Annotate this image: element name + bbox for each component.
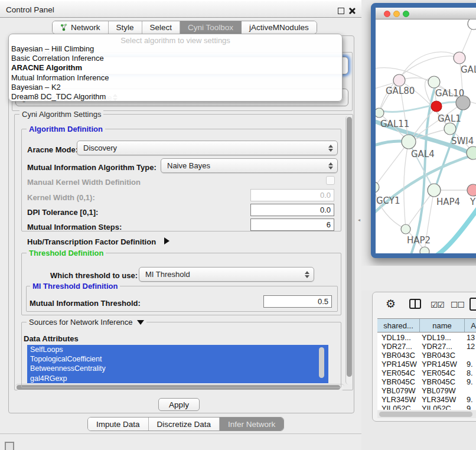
table-row[interactable]: YPR145WYPR145W9. [377, 360, 476, 369]
table-row[interactable]: YBR043CYBR043C [377, 351, 476, 360]
float-window-icon[interactable] [338, 8, 344, 14]
cyni-bottom-tabs: Impute Data Discretize Data Infer Networ… [87, 417, 284, 431]
aracne-mode-label: Aracne Mode: [27, 145, 78, 154]
network-node[interactable] [420, 247, 429, 253]
zoom-traffic-light-icon[interactable] [403, 11, 409, 17]
manual-kernel-width-checkbox[interactable] [326, 176, 335, 185]
table-body[interactable]: YDL19...YDL19...13YDR27...YDR27...12YBR0… [377, 333, 476, 410]
deselect-all-icon[interactable]: ☐☐ [451, 300, 464, 309]
minimize-traffic-light-icon[interactable] [393, 11, 400, 17]
sources-group-toggle[interactable]: Sources for Network Inference [27, 318, 146, 327]
attribute-item[interactable]: BetweennessCentrality [27, 364, 328, 373]
columns-icon[interactable] [409, 299, 421, 309]
gear-icon[interactable]: ⚙ [386, 297, 396, 311]
network-node[interactable] [393, 74, 405, 86]
algorithm-option[interactable]: Basic Correlation Inference [9, 54, 342, 63]
network-canvas[interactable]: GALGAL80GAL10GAL11GAL1SWI4GAL4GCY1HAP4YH… [376, 19, 476, 253]
mi-algorithm-type-label: Mutual Information Algorithm Type: [27, 163, 157, 172]
network-node[interactable] [376, 182, 379, 193]
algorithm-option[interactable]: Bayesian – Hill Climbing [9, 44, 342, 54]
mi-threshold-input[interactable]: 0.5 [263, 295, 332, 308]
settings-vertical-scrollbar[interactable] [345, 116, 352, 384]
algorithm-definition-title: Algorithm Definition [27, 125, 105, 133]
kernel-width-label: Kernel Width (0,1): [27, 193, 95, 202]
network-edge[interactable] [376, 102, 463, 112]
table-panel-bar: Table Panel [361, 266, 476, 291]
table-header: shared... name A [377, 318, 476, 332]
node-label: GAL1 [438, 113, 461, 124]
algorithm-option-selected[interactable]: ARACNE Algorithm [9, 63, 342, 73]
network-node[interactable] [467, 184, 476, 196]
mi-steps-input[interactable]: 6 [250, 219, 334, 231]
node-label: GCY1 [376, 195, 400, 206]
tab-impute-data[interactable]: Impute Data [88, 418, 149, 431]
control-panel-titlebar: Control Panel [0, 0, 361, 18]
tab-style[interactable]: Style [109, 21, 142, 34]
attribute-item[interactable]: gal4RGexp [27, 374, 328, 383]
apply-button[interactable]: Apply [158, 398, 200, 411]
tab-select[interactable]: Select [142, 21, 181, 34]
export-table-icon[interactable] [470, 298, 476, 311]
algorithm-option[interactable]: Bayesian – K2 [9, 83, 342, 92]
control-panel-tabs: Network Style Select Cyni Toolbox jActiv… [52, 21, 317, 34]
tab-infer-network[interactable]: Infer Network [220, 418, 283, 431]
select-all-icon[interactable]: ☑☑ [431, 300, 444, 309]
attribute-item[interactable]: TopologicalCoefficient [27, 354, 328, 364]
table-row[interactable]: YLR345WYLR345W9. [377, 395, 476, 404]
tab-cyni-toolbox[interactable]: Cyni Toolbox [180, 21, 242, 34]
attribute-item[interactable]: SelfLoops [27, 345, 328, 354]
table-horizontal-scrollbar[interactable] [377, 410, 476, 418]
node-label: GAL80 [386, 86, 415, 96]
network-node[interactable] [454, 52, 465, 64]
network-node[interactable] [401, 224, 410, 234]
collapsed-panel-icon[interactable] [5, 442, 14, 450]
data-attributes-list[interactable]: SelfLoopsTopologicalCoefficientBetweenne… [27, 345, 328, 384]
tab-network[interactable]: Network [53, 21, 109, 34]
network-node[interactable] [402, 135, 416, 149]
dpi-tolerance-input[interactable]: 0.0 [250, 204, 334, 216]
node-label: GAL11 [380, 119, 409, 129]
which-threshold-label: Which threshold to use: [50, 271, 138, 280]
algorithm-option[interactable]: Mutual Information Inference [9, 73, 342, 83]
column-header-shared-name[interactable]: shared... [377, 319, 420, 332]
network-node[interactable] [428, 184, 441, 197]
column-header-clipped[interactable]: A [465, 319, 476, 332]
node-table-widget: ⚙ ☑☑ ☐☐ shared... name A YDL19...YDL19..… [372, 292, 476, 422]
close-traffic-light-icon[interactable] [384, 11, 390, 17]
algorithm-option[interactable]: Dream8 DC_TDC Algorithm [9, 92, 342, 102]
control-panel-title: Control Panel [6, 5, 54, 14]
tab-discretize-data[interactable]: Discretize Data [149, 418, 220, 431]
tab-jactivemnodules[interactable]: jActiveMNodules [242, 21, 317, 34]
which-threshold-combobox[interactable]: MI Threshold [139, 267, 314, 282]
panel-splitter[interactable] [361, 0, 366, 450]
network-node[interactable] [468, 19, 476, 30]
table-row[interactable]: YBR045CYBR045C9. [377, 377, 476, 386]
data-attributes-label: Data Attributes [24, 334, 79, 343]
aracne-mode-combobox[interactable]: Discovery [77, 141, 338, 155]
table-row[interactable]: YDL19...YDL19...13 [377, 333, 476, 342]
mi-algorithm-type-combobox[interactable]: Naive Bayes [161, 158, 338, 173]
control-panel: Control Panel Network Style Sele [0, 0, 361, 450]
network-edge[interactable] [379, 56, 458, 113]
network-window-titlebar[interactable] [376, 8, 476, 19]
network-node[interactable] [431, 101, 442, 112]
close-icon[interactable] [348, 7, 356, 14]
kernel-width-input[interactable]: 0.0 [250, 189, 334, 201]
network-node[interactable] [467, 146, 476, 159]
table-row[interactable]: YBL079WYBL079W [377, 386, 476, 395]
node-label: GAL4 [411, 149, 435, 159]
table-row[interactable]: YDR27...YDR27...12 [377, 342, 476, 351]
network-edge[interactable] [437, 208, 476, 253]
network-node[interactable] [444, 123, 456, 135]
network-node[interactable] [456, 96, 470, 110]
node-label: Y [470, 197, 476, 207]
column-header-name[interactable]: name [420, 319, 465, 332]
network-node[interactable] [428, 76, 440, 88]
attributes-scrollbar[interactable] [319, 346, 325, 383]
table-row[interactable]: YER054CYER054C8. [377, 369, 476, 377]
splitter-handle-icon[interactable]: ◂ [358, 217, 363, 223]
combo-arrows-icon [304, 271, 310, 278]
hub-section-toggle[interactable]: Hub/Transcription Factor Definition [27, 237, 169, 246]
table-row[interactable]: YIL052CYIL052C9 [377, 404, 476, 410]
network-node[interactable] [376, 108, 384, 118]
